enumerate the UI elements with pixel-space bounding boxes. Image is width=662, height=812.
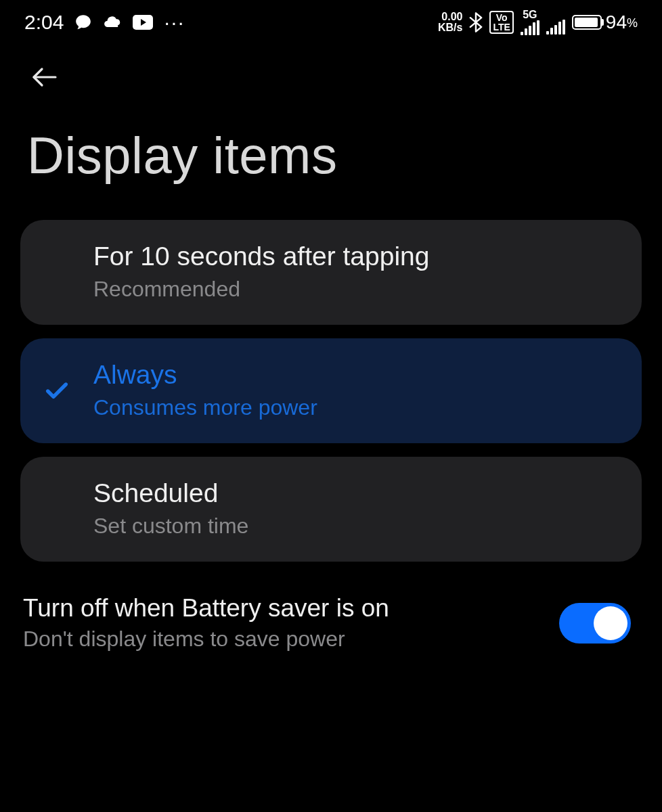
option-title: Scheduled (93, 478, 619, 508)
options-list: For 10 seconds after tapping Recommended… (0, 220, 662, 562)
youtube-icon (133, 15, 153, 30)
option-subtitle: Set custom time (93, 514, 619, 539)
status-bar: 2:04 ··· 0.00 KB/s Vo LTE 5G 94% (0, 0, 662, 41)
network-speed: 0.00 KB/s (438, 12, 462, 33)
toggle-knob (594, 606, 627, 640)
battery-icon (572, 15, 602, 30)
battery-saver-toggle[interactable] (559, 603, 631, 644)
option-title: For 10 seconds after tapping (93, 242, 619, 271)
page-title: Display items (0, 97, 662, 220)
battery-saver-row: Turn off when Battery saver is on Don't … (0, 562, 662, 652)
percent-sign: % (627, 16, 638, 30)
option-always[interactable]: Always Consumes more power (20, 338, 642, 443)
network-5g: 5G (521, 9, 539, 35)
battery-percent: 94% (606, 12, 638, 33)
signal-bars-icon (521, 20, 539, 35)
net-speed-value: 0.00 (441, 12, 462, 22)
back-button[interactable] (24, 57, 65, 97)
cloud-icon (103, 13, 122, 32)
chat-icon (74, 14, 92, 31)
more-icon: ··· (164, 11, 185, 34)
net-speed-unit: KB/s (438, 22, 462, 33)
network-type-label: 5G (523, 9, 537, 20)
option-10-seconds[interactable]: For 10 seconds after tapping Recommended (20, 220, 642, 325)
signal-bars-2-icon (546, 20, 565, 35)
battery-saver-title: Turn off when Battery saver is on (23, 594, 543, 623)
status-time: 2:04 (24, 11, 64, 34)
bluetooth-icon (469, 12, 483, 32)
page-header (0, 41, 662, 97)
option-scheduled[interactable]: Scheduled Set custom time (20, 457, 642, 562)
checkmark-icon (43, 378, 70, 405)
battery-saver-subtitle: Don't display items to save power (23, 627, 543, 652)
arrow-left-icon (28, 61, 61, 93)
option-subtitle: Consumes more power (93, 395, 619, 420)
battery-saver-text: Turn off when Battery saver is on Don't … (23, 594, 543, 652)
status-left: 2:04 ··· (24, 11, 185, 34)
volte-badge: Vo LTE (489, 11, 513, 34)
battery-indicator: 94% (572, 12, 638, 33)
battery-fill (575, 18, 598, 27)
status-right: 0.00 KB/s Vo LTE 5G 94% (438, 9, 638, 35)
battery-percent-value: 94 (606, 12, 627, 32)
option-subtitle: Recommended (93, 277, 619, 302)
option-title: Always (93, 360, 619, 390)
